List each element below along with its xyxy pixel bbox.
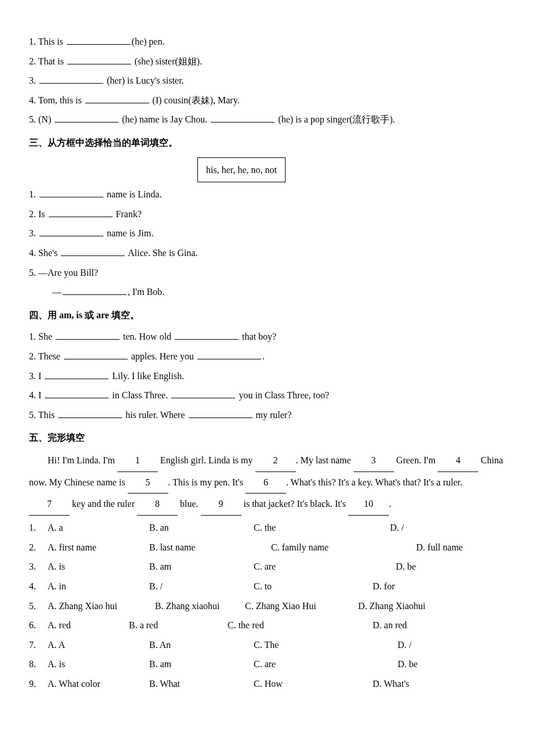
blank (197, 350, 261, 359)
text: is that (241, 499, 266, 509)
blank (49, 207, 113, 217)
mc-num: 2. (29, 538, 48, 557)
text: English girl. Linda is my (158, 455, 255, 465)
text: . (389, 499, 391, 509)
text: key and the ruler (70, 499, 137, 509)
text: jacket? It's black. It's (268, 499, 348, 509)
text: I (38, 371, 44, 381)
s2-item-3: 3. (her) is Lucy's sister. (29, 71, 505, 91)
choice-b: B. What (149, 674, 254, 694)
mc-row-3: 3.A. isB. amC. areD. be (29, 557, 505, 577)
text: . What's this? (286, 477, 336, 487)
blank (171, 388, 235, 398)
text: This is (38, 37, 66, 46)
num: 5. (29, 268, 36, 278)
choice-a: A. is (48, 654, 149, 674)
s3-item-4: 4. She's Alice. She is Gina. (29, 243, 505, 263)
text: pen. (147, 37, 165, 46)
text: Is (38, 209, 48, 219)
s3-item-5a: 5. —Are you Bill? (29, 263, 505, 283)
num: 5. (29, 114, 36, 124)
cloze-blank-2: 2 (255, 450, 296, 472)
text: . My last name (296, 455, 353, 465)
s2-item-1: 1. This is (he) pen. (29, 32, 505, 52)
text: name is Jim. (104, 228, 153, 238)
cloze-blank-10: 10 (348, 494, 389, 516)
text: Hi! I'm Linda. I'm (48, 455, 117, 465)
text: his ruler. Where (123, 410, 187, 420)
mc-row-4: 4.A. inB. /C. toD. for (29, 577, 505, 596)
choice-a: A. Zhang Xiao hui (48, 596, 155, 616)
mc-num: 8. (29, 654, 48, 674)
text: These (38, 351, 63, 361)
text: Frank? (114, 209, 142, 219)
blank (45, 369, 109, 379)
choice-a: A. A (48, 635, 149, 655)
mc-num: 6. (29, 615, 48, 635)
mc-num: 1. (29, 518, 48, 538)
text: . This is my pen. It's (168, 477, 246, 487)
cloze-blank-5: 5 (128, 472, 168, 494)
choice-d: D. / (398, 635, 485, 655)
cloze-blank-9: 9 (201, 494, 241, 516)
cloze-passage: Hi! I'm Linda. I'm 1 English girl. Linda… (29, 450, 505, 516)
choice-a: A. is (48, 557, 149, 577)
blank (39, 226, 103, 236)
num: 3. (29, 371, 36, 381)
s4-item-3: 3. I Lily. I like English. (29, 366, 505, 386)
mc-num: 4. (29, 577, 48, 596)
s4-item-2: 2. These apples. Here you . (29, 347, 505, 366)
hint: (he) (132, 37, 147, 46)
choice-b: B. an (149, 518, 254, 538)
text: (N) (38, 114, 53, 124)
blank (56, 330, 120, 340)
choice-c: C. are (254, 557, 396, 577)
text: I'm (424, 455, 438, 465)
mc-row-5: 5.A. Zhang Xiao huiB. Zhang xiaohuiC. Zh… (29, 596, 505, 616)
blank (39, 74, 103, 84)
blank (189, 408, 252, 418)
s4-item-4: 4. I in Class Three. you in Class Three,… (29, 386, 505, 405)
num: 3. (29, 228, 36, 238)
choices-container: 1.A. aB. anC. theD. /2.A. first nameB. l… (29, 518, 505, 693)
choice-c: C. the (254, 518, 390, 538)
choice-d: D. What's (373, 674, 460, 694)
blank (45, 388, 109, 398)
s2-item-5: 5. (N) (he) name is Jay Chou. (he) is a … (29, 110, 505, 129)
text: Green. (394, 455, 421, 465)
blank (55, 113, 118, 123)
text: This (38, 410, 57, 420)
cloze-blank-6: 6 (246, 472, 286, 494)
text: , I'm Bob. (128, 287, 164, 297)
hint: (he) (276, 114, 293, 124)
cloze-blank-7: 7 (29, 494, 70, 516)
text: my ruler? (254, 410, 292, 420)
blank (175, 330, 239, 340)
s4-item-1: 1. She ten. How old that boy? (29, 327, 505, 347)
blank (39, 188, 103, 197)
choice-c: C. Zhang Xiao Hui (245, 596, 358, 616)
hint: (he) (120, 114, 137, 124)
choice-c: C. are (254, 654, 398, 674)
text: apples. Here you (129, 351, 196, 361)
choice-a: A. a (48, 518, 149, 538)
choice-b: B. / (149, 577, 254, 596)
hint: (she) (132, 56, 153, 66)
choice-a: A. first name (48, 538, 149, 557)
choice-c: C. How (254, 674, 373, 694)
choice-b: B. An (149, 635, 254, 655)
choice-d: D. be (398, 654, 485, 674)
mc-num: 5. (29, 596, 48, 616)
mc-row-1: 1.A. aB. anC. theD. / (29, 518, 505, 538)
choice-b: B. am (149, 557, 254, 577)
num: 1. (29, 189, 36, 199)
num: 3. (29, 75, 36, 85)
text: . (262, 351, 265, 361)
hint: (I) (150, 95, 162, 105)
num: 2. (29, 351, 36, 361)
choice-c: C. to (254, 577, 373, 596)
choice-d: D. for (373, 577, 460, 596)
mc-num: 9. (29, 674, 48, 694)
text: is a pop singer(流行歌手). (293, 114, 395, 124)
text: Alice. She is Gina. (126, 248, 198, 258)
